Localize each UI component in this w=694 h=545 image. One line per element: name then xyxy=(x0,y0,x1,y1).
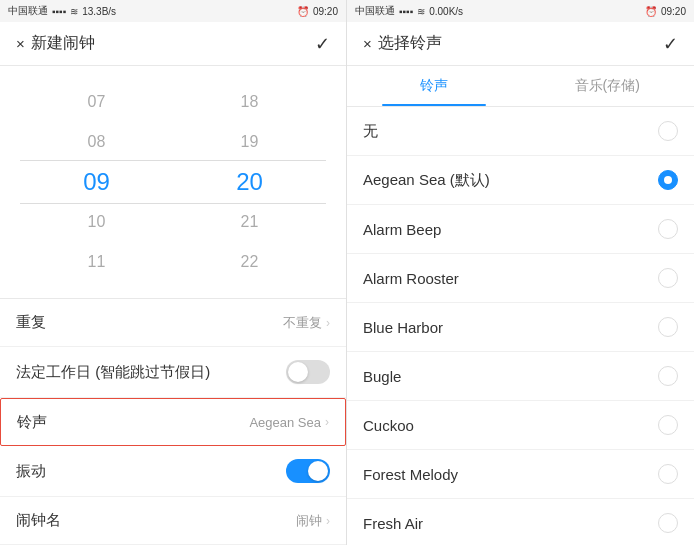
ringtone-item-bugle[interactable]: Bugle xyxy=(347,352,694,401)
left-carrier: 中国联通 xyxy=(8,4,48,18)
ringtone-label: 铃声 xyxy=(17,413,47,432)
radio-none[interactable] xyxy=(658,121,678,141)
ringtone-name-none: 无 xyxy=(363,122,378,141)
time-picker: 07 08 09 10 11 18 19 20 21 22 xyxy=(0,66,346,298)
ringtone-name-alarm-rooster: Alarm Rooster xyxy=(363,270,459,287)
right-panel: 中国联通 ▪▪▪▪ ≋ 0.00K/s ⏰ 09:20 × 选择铃声 ✓ 铃声 … xyxy=(347,0,694,545)
ringtone-text: Aegean Sea xyxy=(249,415,321,430)
left-status-left: 中国联通 ▪▪▪▪ ≋ 13.3B/s xyxy=(8,4,116,18)
vibrate-label: 振动 xyxy=(16,462,46,481)
hour-item-07[interactable]: 07 xyxy=(20,82,173,122)
ringtone-name-aegean: Aegean Sea (默认) xyxy=(363,171,490,190)
right-title: 选择铃声 xyxy=(378,33,442,54)
ringtone-name-alarm-beep: Alarm Beep xyxy=(363,221,441,238)
ringtone-item-none[interactable]: 无 xyxy=(347,107,694,156)
repeat-value: 不重复 › xyxy=(283,314,330,332)
ringtone-name-forest-melody: Forest Melody xyxy=(363,466,458,483)
alarm-name-label: 闹钟名 xyxy=(16,511,61,530)
hour-column[interactable]: 07 08 09 10 11 xyxy=(20,82,173,282)
right-speed: 0.00K/s xyxy=(429,6,463,17)
hour-item-11[interactable]: 11 xyxy=(20,242,173,282)
alarm-name-chevron-icon: › xyxy=(326,514,330,528)
tab-ringtone-label: 铃声 xyxy=(420,77,448,95)
minute-item-22[interactable]: 22 xyxy=(173,242,326,282)
ringtone-name-cuckoo: Cuckoo xyxy=(363,417,414,434)
right-confirm-button[interactable]: ✓ xyxy=(663,33,678,55)
ringtone-item-aegean[interactable]: Aegean Sea (默认) xyxy=(347,156,694,205)
ringtone-list: 无 Aegean Sea (默认) Alarm Beep Alarm Roost… xyxy=(347,107,694,545)
left-title: 新建闹钟 xyxy=(31,33,95,54)
minute-column[interactable]: 18 19 20 21 22 xyxy=(173,82,326,282)
right-time: 09:20 xyxy=(661,6,686,17)
repeat-label: 重复 xyxy=(16,313,46,332)
left-header: × 新建闹钟 ✓ xyxy=(0,22,346,66)
right-status-right: ⏰ 09:20 xyxy=(645,6,686,17)
repeat-row[interactable]: 重复 不重复 › xyxy=(0,299,346,347)
left-speed: 13.3B/s xyxy=(82,6,116,17)
radio-blue-harbor[interactable] xyxy=(658,317,678,337)
ringtone-value: Aegean Sea › xyxy=(249,415,329,430)
workday-toggle[interactable] xyxy=(286,360,330,384)
ringtone-row[interactable]: 铃声 Aegean Sea › xyxy=(0,398,346,446)
repeat-chevron-icon: › xyxy=(326,316,330,330)
vibrate-toggle[interactable] xyxy=(286,459,330,483)
ringtone-tabs: 铃声 音乐(存储) xyxy=(347,66,694,107)
workday-label: 法定工作日 (智能跳过节假日) xyxy=(16,363,210,382)
workday-row[interactable]: 法定工作日 (智能跳过节假日) xyxy=(0,347,346,398)
minute-item-18[interactable]: 18 xyxy=(173,82,326,122)
right-wifi-icon: ≋ xyxy=(417,6,425,17)
radio-cuckoo[interactable] xyxy=(658,415,678,435)
ringtone-item-forest-melody[interactable]: Forest Melody xyxy=(347,450,694,499)
right-alarm-icon: ⏰ xyxy=(645,6,657,17)
ringtone-name-fresh-air: Fresh Air xyxy=(363,515,423,532)
left-close-icon: × xyxy=(16,35,25,52)
ringtone-item-fresh-air[interactable]: Fresh Air xyxy=(347,499,694,545)
radio-fresh-air[interactable] xyxy=(658,513,678,533)
alarm-name-text: 闹钟 xyxy=(296,512,322,530)
radio-forest-melody[interactable] xyxy=(658,464,678,484)
radio-bugle[interactable] xyxy=(658,366,678,386)
radio-alarm-rooster[interactable] xyxy=(658,268,678,288)
left-status-right: ⏰ 09:20 xyxy=(297,6,338,17)
tab-music[interactable]: 音乐(存储) xyxy=(521,66,695,106)
right-close-icon: × xyxy=(363,35,372,52)
right-status-bar: 中国联通 ▪▪▪▪ ≋ 0.00K/s ⏰ 09:20 xyxy=(347,0,694,22)
ringtone-item-cuckoo[interactable]: Cuckoo xyxy=(347,401,694,450)
left-confirm-button[interactable]: ✓ xyxy=(315,33,330,55)
ringtone-item-alarm-beep[interactable]: Alarm Beep xyxy=(347,205,694,254)
alarm-name-value: 闹钟 › xyxy=(296,512,330,530)
left-wifi-icon: ≋ xyxy=(70,6,78,17)
hour-item-08[interactable]: 08 xyxy=(20,122,173,162)
right-status-left: 中国联通 ▪▪▪▪ ≋ 0.00K/s xyxy=(355,4,463,18)
minute-item-19[interactable]: 19 xyxy=(173,122,326,162)
ringtone-chevron-icon: › xyxy=(325,415,329,429)
right-close-button[interactable]: × 选择铃声 xyxy=(363,33,442,54)
alarm-name-row[interactable]: 闹钟名 闹钟 › xyxy=(0,497,346,545)
right-header: × 选择铃声 ✓ xyxy=(347,22,694,66)
repeat-text: 不重复 xyxy=(283,314,322,332)
settings-list: 重复 不重复 › 法定工作日 (智能跳过节假日) 铃声 Aegean Sea ›… xyxy=(0,298,346,545)
left-alarm-icon: ⏰ xyxy=(297,6,309,17)
minute-item-20-selected[interactable]: 20 xyxy=(173,162,326,202)
radio-aegean[interactable] xyxy=(658,170,678,190)
right-carrier: 中国联通 xyxy=(355,4,395,18)
left-time: 09:20 xyxy=(313,6,338,17)
tab-ringtone[interactable]: 铃声 xyxy=(347,66,521,106)
hour-item-10[interactable]: 10 xyxy=(20,202,173,242)
ringtone-item-alarm-rooster[interactable]: Alarm Rooster xyxy=(347,254,694,303)
right-signal-icon: ▪▪▪▪ xyxy=(399,6,413,17)
minute-item-21[interactable]: 21 xyxy=(173,202,326,242)
left-signal-icon: ▪▪▪▪ xyxy=(52,6,66,17)
left-status-bar: 中国联通 ▪▪▪▪ ≋ 13.3B/s ⏰ 09:20 xyxy=(0,0,346,22)
vibrate-row[interactable]: 振动 xyxy=(0,446,346,497)
left-panel: 中国联通 ▪▪▪▪ ≋ 13.3B/s ⏰ 09:20 × 新建闹钟 ✓ 07 … xyxy=(0,0,347,545)
ringtone-name-bugle: Bugle xyxy=(363,368,401,385)
radio-alarm-beep[interactable] xyxy=(658,219,678,239)
hour-item-09-selected[interactable]: 09 xyxy=(20,162,173,202)
tab-music-label: 音乐(存储) xyxy=(575,77,640,95)
ringtone-name-blue-harbor: Blue Harbor xyxy=(363,319,443,336)
left-close-button[interactable]: × 新建闹钟 xyxy=(16,33,95,54)
ringtone-item-blue-harbor[interactable]: Blue Harbor xyxy=(347,303,694,352)
